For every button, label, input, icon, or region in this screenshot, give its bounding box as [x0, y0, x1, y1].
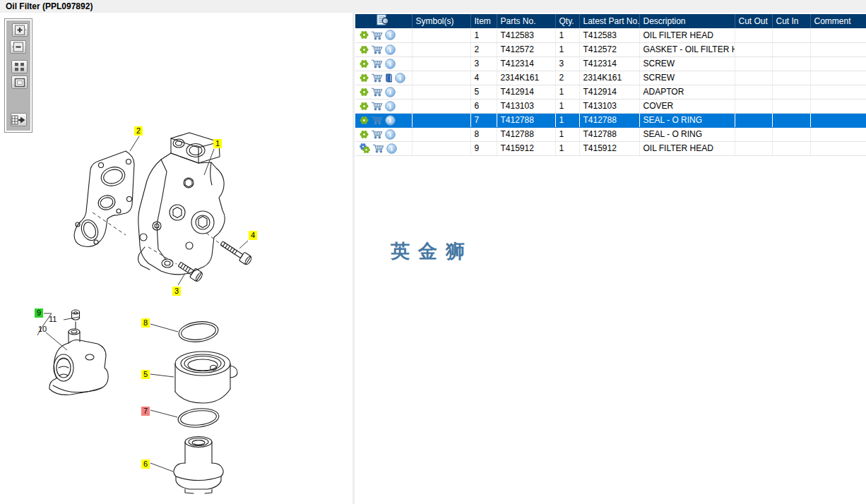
cell-comment[interactable] — [810, 127, 866, 141]
cell-desc[interactable]: SCREW — [639, 56, 735, 71]
cell-latest[interactable]: T412788 — [579, 127, 639, 141]
gear-icon[interactable] — [360, 116, 369, 125]
gear-icon[interactable] — [360, 102, 369, 111]
diagram-callout-6[interactable]: 6 — [141, 460, 150, 469]
column-header-latest[interactable]: Latest Part No. — [579, 14, 639, 28]
cell-symbols[interactable] — [412, 99, 470, 113]
cell-item[interactable]: 3 — [470, 56, 497, 71]
parts-row-9[interactable]: i9T4159121T415912OIL FILTER HEAD — [355, 141, 866, 155]
diagram-callout-9[interactable]: 9 — [35, 308, 43, 318]
cell-comment[interactable] — [810, 85, 866, 99]
cell-symbols[interactable] — [412, 28, 470, 42]
info-icon[interactable]: i — [385, 101, 396, 112]
cell-cut_in[interactable] — [772, 28, 810, 42]
cell-parts_no[interactable]: T412583 — [497, 28, 555, 42]
cell-qty[interactable]: 1 — [555, 127, 579, 141]
cell-latest[interactable]: T413103 — [579, 99, 639, 113]
column-header-desc[interactable]: Description — [639, 14, 735, 28]
parts-row-7[interactable]: i7T4127881T412788SEAL - O RING — [355, 113, 866, 127]
cell-item[interactable]: 7 — [470, 113, 497, 127]
cell-cut_in[interactable] — [772, 56, 810, 71]
cell-desc[interactable]: OIL FILTER HEAD — [639, 141, 735, 155]
cell-comment[interactable] — [810, 56, 866, 71]
cell-parts_no[interactable]: T412572 — [497, 42, 555, 56]
cell-comment[interactable] — [810, 42, 866, 56]
cell-cut_in[interactable] — [772, 99, 810, 113]
row-actions[interactable]: i — [355, 85, 412, 99]
cell-symbols[interactable] — [412, 113, 470, 127]
parts-row-5[interactable]: i5T4129141T412914ADAPTOR — [355, 85, 866, 99]
cell-qty[interactable]: 1 — [555, 85, 579, 99]
cell-desc[interactable]: SEAL - O RING — [639, 127, 735, 141]
cell-item[interactable]: 8 — [470, 127, 497, 141]
cell-latest[interactable]: T412572 — [579, 42, 639, 56]
cell-qty[interactable]: 1 — [555, 113, 579, 127]
diagram-callout-8[interactable]: 8 — [141, 318, 150, 328]
cart-icon[interactable] — [372, 143, 384, 153]
cell-item[interactable]: 6 — [470, 99, 497, 113]
gear-icon[interactable] — [360, 30, 369, 40]
gear-icon[interactable] — [360, 59, 369, 68]
parts-row-1[interactable]: i1T4125831T412583OIL FILTER HEAD — [355, 28, 866, 42]
column-header-comment[interactable]: Comment — [810, 14, 866, 28]
cell-symbols[interactable] — [412, 141, 470, 155]
gear-icon[interactable] — [360, 45, 369, 54]
parts-row-4[interactable]: i42314K16122314K161SCREW — [355, 71, 866, 85]
cell-item[interactable]: 4 — [470, 71, 497, 85]
diagram-callout-1[interactable]: 1 — [213, 139, 222, 148]
row-actions[interactable]: i — [355, 28, 412, 42]
cell-parts_no[interactable]: T412314 — [497, 56, 555, 71]
row-actions[interactable]: i — [355, 113, 412, 127]
zoom-in-button[interactable] — [12, 23, 28, 37]
single-window-button[interactable] — [11, 76, 28, 89]
cell-qty[interactable]: 1 — [555, 42, 579, 56]
info-icon[interactable]: i — [385, 44, 396, 55]
cell-symbols[interactable] — [412, 42, 470, 56]
info-icon[interactable]: i — [385, 115, 396, 126]
cell-comment[interactable] — [810, 71, 866, 85]
cell-cut_out[interactable] — [735, 28, 772, 42]
cell-qty[interactable]: 2 — [555, 71, 579, 85]
cell-cut_out[interactable] — [735, 141, 772, 155]
column-header-cut_out[interactable]: Cut Out — [735, 14, 772, 28]
cell-cut_in[interactable] — [772, 141, 810, 155]
cart-icon[interactable] — [371, 30, 383, 40]
parts-row-6[interactable]: i6T4131031T413103COVER — [355, 99, 866, 113]
zoom-out-button[interactable] — [10, 40, 26, 54]
gear-icon[interactable] — [360, 88, 369, 97]
cell-latest[interactable]: T412583 — [579, 28, 639, 42]
cell-cut_out[interactable] — [735, 56, 772, 71]
info-icon[interactable]: i — [385, 30, 396, 40]
cell-cut_in[interactable] — [772, 71, 810, 85]
cell-cut_in[interactable] — [772, 127, 810, 141]
diagram-callout-2[interactable]: 2 — [134, 126, 143, 136]
row-actions[interactable]: i — [355, 71, 412, 85]
cell-comment[interactable] — [810, 141, 866, 155]
cart-icon[interactable] — [371, 44, 383, 54]
cell-cut_out[interactable] — [735, 71, 772, 85]
cell-comment[interactable] — [810, 28, 866, 42]
gears-icon[interactable] — [360, 143, 370, 153]
toggle-table-button[interactable] — [11, 113, 27, 126]
cell-desc[interactable]: GASKET - OIL FILTER HEAD — [639, 42, 735, 56]
cell-comment[interactable] — [810, 99, 866, 113]
gear-icon[interactable] — [360, 73, 369, 83]
cart-icon[interactable] — [371, 129, 383, 139]
row-actions[interactable]: i — [355, 56, 412, 71]
cell-desc[interactable]: ADAPTOR — [639, 85, 735, 99]
cell-parts_no[interactable]: T412788 — [497, 127, 555, 141]
cell-parts_no[interactable]: T412914 — [497, 85, 555, 99]
cart-icon[interactable] — [371, 87, 383, 97]
info-icon[interactable]: i — [385, 59, 396, 69]
row-actions[interactable]: i — [355, 42, 412, 56]
cell-desc[interactable]: SEAL - O RING — [639, 113, 735, 127]
cart-icon[interactable] — [371, 101, 383, 111]
cell-parts_no[interactable]: T413103 — [497, 99, 555, 113]
cell-item[interactable]: 2 — [470, 42, 497, 56]
info-icon[interactable]: i — [395, 73, 405, 83]
cell-latest[interactable]: T412788 — [579, 113, 639, 127]
cell-cut_out[interactable] — [735, 42, 772, 56]
diagram-callout-3[interactable]: 3 — [172, 287, 181, 296]
cell-latest[interactable]: T415912 — [579, 141, 639, 155]
info-icon[interactable]: i — [386, 143, 397, 154]
